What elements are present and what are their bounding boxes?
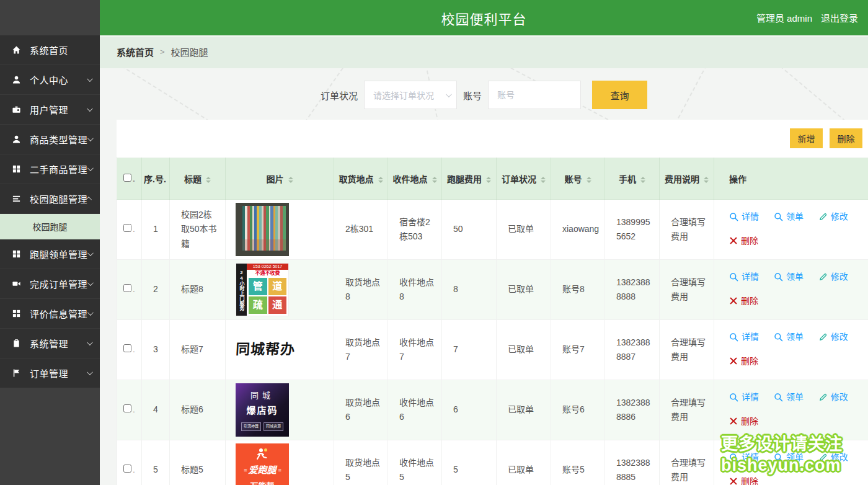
list-icon — [11, 194, 22, 204]
col-header-num: 序.号. — [142, 158, 170, 200]
sort-icon[interactable] — [704, 177, 709, 183]
sidebar-menu: 系统首页个人中心用户管理商品类型管理二手商品管理校园跑腿管理校园跑腿跑腿领单管理… — [0, 35, 100, 388]
breadcrumb-root[interactable]: 系统首页 — [117, 45, 154, 58]
flag-icon — [11, 368, 22, 378]
sidebar-subitem-active[interactable]: 校园跑腿 — [0, 214, 100, 239]
sidebar-item-跑腿领单管理[interactable]: 跑腿领单管理 — [0, 239, 100, 269]
row-checkbox[interactable] — [123, 465, 131, 473]
pencil-icon — [818, 212, 828, 221]
sidebar-item-评价信息管理[interactable]: 评价信息管理 — [0, 299, 100, 329]
add-button[interactable]: 新增 — [790, 128, 823, 148]
row-note: 合理填写费用 — [660, 380, 714, 440]
sidebar-item-系统首页[interactable]: 系统首页 — [0, 35, 100, 65]
delete-link[interactable]: 删除 — [729, 294, 758, 308]
sort-icon[interactable] — [288, 177, 293, 183]
row-note: 合理填写费用 — [660, 440, 714, 485]
row-index: 5 — [142, 440, 170, 485]
sidebar-item-校园跑腿管理[interactable]: 校园跑腿管理 — [0, 184, 100, 214]
edit-link[interactable]: 修改 — [818, 210, 848, 224]
row-title: 标题6 — [170, 380, 226, 440]
briefcase-icon — [11, 104, 22, 115]
chevron-down-icon — [87, 105, 93, 112]
row-account: 账号6 — [551, 380, 605, 440]
user-icon — [11, 74, 22, 85]
claim-link[interactable]: 领单 — [774, 210, 804, 224]
table-row: . 5 标题5 ≡爱跑腿≡万能帮 取货地点5 收件地点5 5 已取单 账号5 1… — [117, 440, 868, 485]
magnifier-icon — [729, 212, 738, 221]
sort-icon[interactable] — [640, 177, 645, 183]
detail-link[interactable]: 详情 — [729, 450, 759, 465]
close-icon — [729, 417, 738, 425]
table-row: . 2 标题8 24小时上门服务153-0262-5017不通不收费管道疏通 取… — [117, 260, 868, 320]
row-status: 已取单 — [497, 440, 551, 485]
sidebar-item-订单管理[interactable]: 订单管理 — [0, 358, 100, 388]
edit-link[interactable]: 修改 — [818, 450, 848, 465]
row-receive: 收件地点7 — [388, 320, 442, 380]
grid-icon — [11, 249, 22, 259]
chevron-down-icon — [87, 339, 93, 345]
sidebar-item-用户管理[interactable]: 用户管理 — [0, 95, 100, 125]
app-header: 校园便利平台 管理员 admin 退出登录 — [100, 0, 868, 35]
detail-link[interactable]: 详情 — [729, 330, 759, 344]
account-input[interactable] — [488, 81, 581, 109]
status-select[interactable]: 请选择订单状况 — [364, 81, 457, 109]
row-image-pipe-ad: 24小时上门服务153-0262-5017不通不收费管道疏通 — [236, 263, 289, 316]
row-status: 已取单 — [497, 320, 551, 380]
row-index: 1 — [142, 200, 170, 260]
row-checkbox[interactable] — [123, 224, 131, 232]
row-checkbox[interactable] — [123, 404, 131, 412]
row-actions: 详情 领单 修改 删除 — [714, 320, 868, 380]
delete-link[interactable]: 删除 — [729, 414, 758, 429]
claim-link[interactable]: 领单 — [774, 270, 804, 284]
magnifier-icon — [774, 453, 783, 462]
col-header-note: 费用说明 — [660, 158, 714, 200]
sort-icon[interactable] — [378, 177, 383, 183]
row-image-cell: ≡爱跑腿≡万能帮 — [226, 440, 334, 485]
chevron-down-icon — [87, 135, 94, 141]
claim-link[interactable]: 领单 — [774, 450, 804, 465]
edit-link[interactable]: 修改 — [818, 390, 848, 404]
edit-link[interactable]: 修改 — [818, 330, 848, 344]
sort-icon[interactable] — [432, 177, 437, 183]
account-filter-label: 账号 — [463, 89, 482, 102]
row-index: 3 — [142, 320, 170, 380]
close-icon — [729, 477, 738, 485]
sidebar-item-完成订单管理[interactable]: 完成订单管理 — [0, 269, 100, 299]
delete-link[interactable]: 删除 — [729, 354, 758, 368]
search-button[interactable]: 查询 — [592, 81, 647, 109]
row-phone: 13899955652 — [605, 200, 660, 260]
breadcrumb-current: 校园跑腿 — [171, 45, 208, 58]
magnifier-icon — [729, 453, 738, 462]
row-index: 4 — [142, 380, 170, 440]
detail-link[interactable]: 详情 — [729, 210, 759, 224]
sort-icon[interactable] — [541, 177, 546, 183]
sidebar-item-系统管理[interactable]: 系统管理 — [0, 329, 100, 358]
delete-link[interactable]: 删除 — [729, 474, 758, 485]
checkbox-dot: . — [133, 345, 135, 354]
row-checkbox[interactable] — [123, 344, 131, 352]
logout-link[interactable]: 退出登录 — [821, 11, 858, 24]
row-actions: 详情 领单 修改 删除 — [714, 260, 868, 320]
delete-button[interactable]: 删除 — [830, 128, 862, 148]
delete-link[interactable]: 删除 — [729, 234, 758, 248]
sidebar-item-二手商品管理[interactable]: 二手商品管理 — [0, 154, 100, 184]
sort-icon[interactable] — [587, 177, 591, 183]
orders-table: .序.号.标题图片取货地点收件地点跑腿费用订单状况账号手机费用说明操作 . 1 … — [117, 158, 868, 485]
sidebar-item-商品类型管理[interactable]: 商品类型管理 — [0, 125, 100, 154]
magnifier-icon — [774, 332, 783, 342]
row-pickup: 取货地点8 — [334, 260, 388, 320]
sidebar-item-个人中心[interactable]: 个人中心 — [0, 65, 100, 95]
sort-icon[interactable] — [206, 177, 211, 183]
detail-link[interactable]: 详情 — [729, 270, 759, 284]
row-account: 账号5 — [551, 440, 605, 485]
claim-link[interactable]: 领单 — [774, 390, 804, 404]
pencil-icon — [818, 393, 828, 402]
claim-link[interactable]: 领单 — [774, 330, 804, 344]
row-checkbox[interactable] — [123, 284, 131, 292]
row-fee: 8 — [442, 260, 497, 320]
edit-link[interactable]: 修改 — [818, 270, 848, 284]
page-title: 校园便利平台 — [100, 0, 868, 35]
select-all-checkbox[interactable] — [123, 174, 131, 182]
detail-link[interactable]: 详情 — [729, 390, 759, 404]
sort-icon[interactable] — [486, 177, 491, 183]
